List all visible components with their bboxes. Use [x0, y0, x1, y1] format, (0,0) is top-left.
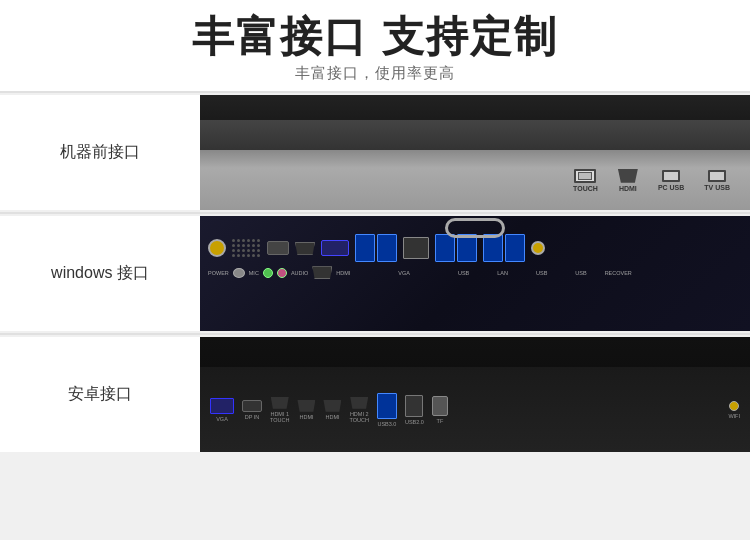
hdmi-label: HDMI	[619, 185, 637, 192]
usb-bottom-label-1: USB	[458, 270, 469, 276]
hdmi2touch-icon	[350, 397, 368, 409]
panel-handle	[445, 218, 505, 238]
usb30-group: USB3.0	[377, 393, 397, 427]
image-front: TOUCH HDMI PC USB	[200, 95, 750, 210]
vga-icon	[321, 240, 349, 256]
usb-icon-1	[662, 170, 680, 182]
wifi-group	[208, 239, 226, 257]
tvusb-label: TV USB	[704, 184, 730, 191]
usb20-label: USB2.0	[405, 419, 424, 425]
image-android: VGA DP IN HDMI 1TOUCH HDMI	[200, 337, 750, 452]
usb30-label: USB3.0	[377, 421, 396, 427]
vga-android-label: VGA	[216, 416, 228, 422]
recover-label: RECOVER	[605, 270, 632, 276]
power-label: POWER	[208, 270, 229, 276]
hdmi-a2-icon	[323, 400, 341, 412]
row-android: 安卓接口 VGA DP IN	[0, 337, 750, 452]
hdmi-back-group	[295, 242, 315, 255]
dp-icon	[267, 241, 289, 255]
dpin-group: DP IN	[242, 400, 262, 420]
sub-title: 丰富接口，使用率更高	[0, 64, 750, 83]
dot-grid-group	[232, 239, 261, 258]
usb3-icon-2	[377, 234, 397, 262]
vga-bottom-label: VGA	[398, 270, 410, 276]
tf-group: TF	[432, 396, 448, 424]
hdmi-a2-label: HDMI	[325, 414, 339, 420]
usb-icon-2	[708, 170, 726, 182]
wifi-android-label: WIFI	[728, 413, 740, 419]
touch-label: TOUCH	[573, 185, 598, 192]
tf-icon	[432, 396, 448, 416]
mic-icon	[233, 268, 245, 278]
hdmi-icon	[618, 169, 638, 183]
lan-group	[403, 237, 429, 259]
front-panel-top	[200, 120, 750, 150]
label-front: 机器前接口	[0, 142, 200, 163]
dp-group	[267, 241, 289, 255]
usb3-icon-4	[457, 234, 477, 262]
wifi-circle-icon	[208, 239, 226, 257]
divider-1	[0, 91, 750, 93]
hdmi-bottom-label: HDMI	[336, 270, 350, 276]
audio-icon-pink	[277, 268, 287, 278]
label-android: 安卓接口	[0, 384, 200, 405]
hdmi2touch-group: HDMI 2TOUCH	[349, 397, 368, 423]
lan-bottom-label: LAN	[497, 270, 508, 276]
header: 丰富接口 支持定制 丰富接口，使用率更高	[0, 0, 750, 91]
back-panel: POWER MIC AUDIO HDMI VGA USB	[200, 216, 750, 331]
divider-3	[0, 333, 750, 335]
lan-icon	[403, 237, 429, 259]
back-ports-bottom: POWER MIC AUDIO HDMI VGA USB	[200, 264, 750, 283]
main-title: 丰富接口 支持定制	[0, 14, 750, 60]
vga-group	[321, 240, 349, 256]
dpin-label: DP IN	[245, 414, 260, 420]
dpin-icon	[242, 400, 262, 412]
usb-bottom-label-2: USB	[536, 270, 547, 276]
usb3-icon-5	[483, 234, 503, 262]
usb3-icon-3	[435, 234, 455, 262]
dot-grid-icon	[232, 239, 261, 258]
tvusb-port: TV USB	[704, 170, 730, 191]
usb20-group: USB2.0	[405, 395, 424, 425]
image-windows: POWER MIC AUDIO HDMI VGA USB	[200, 216, 750, 331]
wifi-circle-right-icon	[531, 241, 545, 255]
hdmi1touch-group: HDMI 1TOUCH	[270, 397, 289, 423]
audio-icon-green	[263, 268, 273, 278]
usb-bottom-label-3: USB	[575, 270, 586, 276]
hdmi-port: HDMI	[618, 169, 638, 192]
usb30-icon	[377, 393, 397, 419]
rows-container: 机器前接口 TOUCH	[0, 95, 750, 452]
hdmi2touch-label: HDMI 2TOUCH	[349, 411, 368, 423]
touch-port: TOUCH	[573, 169, 598, 192]
pcusb-label: PC USB	[658, 184, 684, 191]
audio-label: AUDIO	[291, 270, 308, 276]
hdmi-back-icon	[295, 242, 315, 255]
wifi-android-group: WIFI	[728, 401, 740, 419]
touch-icon	[574, 169, 596, 183]
mic-label: MIC	[249, 270, 259, 276]
usb3-group-3	[483, 234, 525, 262]
divider-2	[0, 212, 750, 214]
usb3-icon-1	[355, 234, 375, 262]
android-panel: VGA DP IN HDMI 1TOUCH HDMI	[200, 337, 750, 452]
hdmi-a-icon	[297, 400, 315, 412]
row-windows: windows 接口	[0, 216, 750, 331]
pcusb-port: PC USB	[658, 170, 684, 191]
row-front: 机器前接口 TOUCH	[0, 95, 750, 210]
hdmi-a2-group: HDMI	[323, 400, 341, 420]
android-ports-area: VGA DP IN HDMI 1TOUCH HDMI	[200, 367, 750, 452]
wifi-android-icon	[729, 401, 739, 411]
power-group: POWER	[208, 270, 229, 276]
usb3-icon-6	[505, 234, 525, 262]
wifi-right-group	[531, 241, 545, 255]
hdmi1touch-icon	[271, 397, 289, 409]
hdmi-bottom-icon	[312, 266, 332, 279]
usb3-group-1	[355, 234, 397, 262]
tf-label: TF	[437, 418, 444, 424]
hdmi-a-label: HDMI	[299, 414, 313, 420]
vga-android-icon	[210, 398, 234, 414]
hdmi1touch-label: HDMI 1TOUCH	[270, 411, 289, 423]
label-windows: windows 接口	[0, 263, 200, 284]
vga-android-group: VGA	[210, 398, 234, 422]
usb3-group-2	[435, 234, 477, 262]
